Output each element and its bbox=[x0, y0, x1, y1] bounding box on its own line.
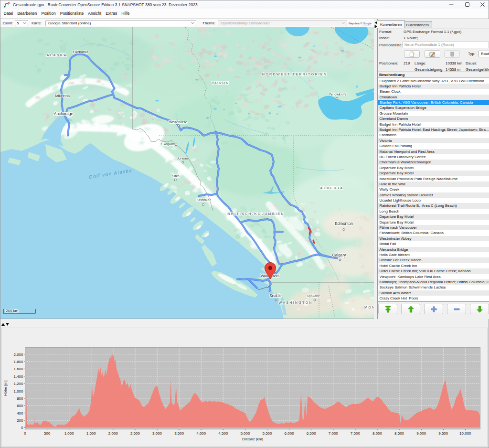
position-row[interactable]: Departure Bay Motel bbox=[378, 220, 489, 225]
position-row[interactable]: Flughafen 2 Grant McConachie Way 3211, V… bbox=[378, 78, 489, 84]
map-canvas[interactable]: ALASKAYUKONNORDWEST-TERRITORIENBRITISCH-… bbox=[0, 27, 374, 319]
move-up-button[interactable] bbox=[401, 304, 420, 314]
edit-pencil-icon bbox=[429, 51, 436, 57]
typ-select[interactable]: Route bbox=[478, 51, 489, 57]
menu-hilfe[interactable]: Hilfe bbox=[119, 10, 132, 17]
typ-value: Route bbox=[481, 52, 489, 56]
tab-durchstoebern[interactable]: Durchstöbern bbox=[403, 21, 432, 28]
x-axis-title: Distanz [km] bbox=[242, 437, 263, 441]
position-row[interactable]: Kamloops; Thompson-Nicola Regional Distr… bbox=[378, 279, 489, 285]
positionen-label: Positionen: bbox=[379, 61, 398, 65]
y-tick-label: 200 bbox=[17, 418, 23, 423]
splitter-collapse-icons[interactable] bbox=[1, 322, 9, 326]
maximize-button[interactable] bbox=[460, 0, 474, 9]
position-row[interactable]: Wally Creek bbox=[378, 187, 489, 192]
move-down-button[interactable] bbox=[470, 304, 489, 314]
menu-position[interactable]: Position bbox=[39, 10, 58, 17]
position-row[interactable]: Ucuelet Lighthouse Loop bbox=[378, 198, 489, 203]
elevation-chart[interactable]: 05001.0001.5002.0002.5003.0003.5004.0004… bbox=[0, 327, 489, 448]
position-row[interactable]: Capilano Suspension Bridge bbox=[378, 105, 489, 110]
minimize-icon bbox=[449, 2, 454, 7]
map-label: Whitehorse bbox=[169, 120, 187, 124]
position-row[interactable]: Golden Fall Parking bbox=[378, 143, 489, 149]
position-row[interactable]: Steam Clock bbox=[378, 89, 489, 94]
menu-positionsliste[interactable]: Positionsliste bbox=[58, 10, 86, 17]
position-row[interactable]: Budget Inn Patricia Hotel bbox=[378, 84, 489, 89]
move-top-button[interactable] bbox=[378, 304, 397, 314]
map-attribution: Map data © Google bbox=[349, 22, 372, 25]
x-tick-label: 4.000 bbox=[196, 431, 206, 436]
position-row[interactable]: Stanley Park; V6G Vancouver; British Col… bbox=[378, 100, 489, 105]
position-row[interactable]: Departure Bay Motel bbox=[378, 171, 489, 176]
position-row[interactable]: Departure Bay Motel bbox=[378, 214, 489, 219]
position-row[interactable]: Crazy Creek Hot Pools bbox=[378, 296, 489, 301]
title-bar: Gesamtroute.gpx - RouteConverter OpenSou… bbox=[0, 0, 489, 9]
x-tick-label: 4.500 bbox=[218, 431, 228, 436]
position-row[interactable]: Cleveland Damm bbox=[378, 116, 489, 121]
position-row[interactable]: Departure Bay Motel bbox=[378, 165, 489, 171]
position-row[interactable]: Long Beach bbox=[378, 209, 489, 214]
position-row[interactable]: Viewpoint Kamloops Lake Rest Area bbox=[378, 274, 489, 279]
position-row[interactable]: BC Forest Discovery Centre bbox=[378, 154, 489, 160]
map-label: ALASKA bbox=[46, 53, 67, 57]
app-icon bbox=[4, 2, 10, 8]
position-row[interactable]: Hole in the Wall bbox=[378, 181, 489, 187]
position-row[interactable]: Fährankunft; British Columbia; Canada bbox=[378, 230, 489, 235]
position-row[interactable]: Salmon Arm Wharf bbox=[378, 290, 489, 296]
minimize-button[interactable] bbox=[444, 0, 458, 9]
thema-select[interactable]: OpenStreetMap Osmarender bbox=[218, 20, 347, 26]
menu-ansicht[interactable]: Ansicht bbox=[86, 10, 104, 17]
new-positionlist-button[interactable] bbox=[404, 50, 420, 58]
laenge-value: 10338 km bbox=[446, 61, 462, 65]
position-row[interactable]: Jamies Whaling Station Ucluelet bbox=[378, 192, 489, 198]
positions-table[interactable]: Flughafen 2 Grant McConachie Way 3211, V… bbox=[378, 78, 489, 302]
rename-positionlist-button[interactable] bbox=[425, 50, 440, 58]
position-row[interactable]: Sockeye Salmon Schwimmende Lachse bbox=[378, 285, 489, 290]
google-link[interactable]: Google bbox=[363, 22, 372, 25]
position-row[interactable]: Alexandra Bridge bbox=[378, 247, 489, 252]
close-button[interactable] bbox=[475, 0, 489, 9]
position-row[interactable]: Rainforest Trail Route B, Area C (Long B… bbox=[378, 203, 489, 208]
position-row[interactable]: Hotel Cache Creek Inn bbox=[378, 263, 489, 268]
position-row[interactable]: Budget Inn Patricia Hotel bbox=[378, 122, 489, 127]
position-row[interactable]: Bridal Fall bbox=[378, 241, 489, 246]
y-tick-label: 2.000 bbox=[13, 352, 23, 357]
x-tick-label: 3.500 bbox=[174, 431, 184, 436]
position-row[interactable]: Budget Inn Patricia Hotel; East Hastings… bbox=[378, 127, 489, 132]
city-dot bbox=[174, 179, 176, 181]
map-label: Spokane bbox=[307, 294, 320, 298]
position-row[interactable]: Hells Gate Airtram bbox=[378, 252, 489, 257]
positionsliste-input[interactable]: Neue Positionsliste 1 (Route) bbox=[403, 42, 489, 48]
zoom-select[interactable]: 5 bbox=[15, 20, 28, 26]
tab-konvertieren[interactable]: Konvertieren bbox=[377, 20, 405, 28]
karte-label: Karte: bbox=[32, 21, 42, 25]
thema-label: Thema: bbox=[202, 21, 215, 25]
karte-select[interactable]: Google Standard (online) bbox=[45, 20, 196, 26]
y-tick-label: 400 bbox=[17, 411, 23, 416]
delete-positionlist-button[interactable] bbox=[444, 50, 460, 58]
add-position-button[interactable] bbox=[424, 304, 443, 314]
table-header-beschreibung[interactable]: Beschreibung bbox=[378, 72, 489, 78]
position-row[interactable]: Historic Hat Creek Ranch bbox=[378, 257, 489, 263]
position-row[interactable]: Fährhafen bbox=[378, 132, 489, 138]
position-row[interactable]: Malahat Viewpoint und Rest Area bbox=[378, 149, 489, 154]
city-dot bbox=[339, 259, 341, 261]
gesamtgefaelle-label: Gesamtgefälle: bbox=[466, 67, 489, 72]
position-row[interactable]: Chermainus Wandzeichnungen bbox=[378, 160, 489, 165]
menu-datei[interactable]: Datei bbox=[1, 10, 15, 17]
map-label: Edmonton bbox=[335, 221, 353, 226]
position-row[interactable]: Grouse Mountain bbox=[378, 111, 489, 116]
horizontal-splitter[interactable] bbox=[0, 319, 489, 327]
positionsliste-label: Positionsliste: bbox=[379, 43, 403, 47]
menu-extras[interactable]: Extras bbox=[104, 10, 119, 17]
position-row[interactable]: Fähre nach Vancouver bbox=[378, 225, 489, 230]
x-tick-label: 2.000 bbox=[108, 431, 118, 436]
position-row[interactable]: Hotel Cache Creek Inn; V0K1H0 Cache Cree… bbox=[378, 268, 489, 274]
position-row[interactable]: Chinatown bbox=[378, 95, 489, 100]
position-row[interactable]: Westminster Abbey bbox=[378, 236, 489, 241]
menu-bearbeiten[interactable]: Bearbeiten bbox=[15, 10, 39, 17]
position-row[interactable]: Victoria bbox=[378, 138, 489, 143]
position-row[interactable]: MacMillan Provincial Park Riesige Nadelb… bbox=[378, 176, 489, 181]
scale-bar-label: 200 km bbox=[6, 309, 19, 313]
remove-position-button[interactable] bbox=[447, 304, 466, 314]
